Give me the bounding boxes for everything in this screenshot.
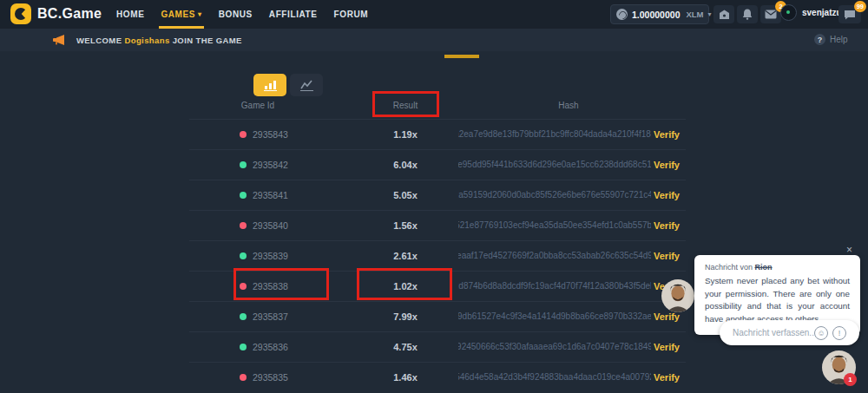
game-id: 2935842 [253, 160, 288, 170]
info-icon[interactable]: ! [832, 326, 846, 340]
table-row: 2935839 2.61x a1bb0eaaf17ed4527669f2a0bb… [189, 240, 686, 271]
chat-message-text: System never placed any bet without your… [705, 275, 850, 326]
table-row: 2935840 1.56x ddd7f521e87769103ecf94ea35… [189, 210, 686, 240]
username: svenjatzu [802, 8, 842, 17]
table-row: 2935838 1.02x 743c2d874b6d8a8dcdf9fc19ac… [189, 271, 686, 301]
question-mark-icon: ? [814, 34, 825, 45]
status-dot [240, 283, 247, 290]
hash-value: a1bb0eaaf17ed4527669f2a0bba8cc53abab26c6… [458, 240, 651, 271]
bar-chart-view-button[interactable] [253, 74, 286, 96]
table-row: 2935843 1.19x 5183a2ea7e9d8e13fb79bbf21b… [189, 119, 686, 149]
nav-item-home[interactable]: HOME [116, 0, 144, 29]
active-tab-indicator [444, 55, 479, 58]
table-row: 2935837 7.99x 348bb9db61527e4c9f3e4a1414… [189, 301, 686, 331]
result-value: 1.46x [353, 362, 457, 392]
table-row: 2935842 6.04x 7028be95dd95f441b633d6d296… [189, 149, 686, 180]
help-link[interactable]: ? Help [814, 34, 848, 45]
result-value: 1.19x [353, 119, 457, 149]
hash-value: ddd7f521e87769103ecf94ea35da50ee354efd1c… [458, 210, 651, 240]
game-id: 2935838 [253, 281, 288, 291]
bcgame-logo-icon [10, 3, 31, 24]
megaphone-icon [52, 35, 65, 45]
chat-sender-avatar [661, 279, 694, 312]
mail-button[interactable]: 2 [760, 5, 781, 23]
status-dot [240, 222, 247, 229]
bell-icon [742, 9, 753, 20]
status-dot [240, 131, 247, 138]
verify-link[interactable]: Verify [654, 180, 680, 210]
nav-item-bonus[interactable]: BONUS [219, 0, 253, 29]
game-id: 2935837 [253, 311, 288, 322]
result-value: 1.56x [353, 210, 457, 240]
trend-chart-icon [300, 80, 313, 91]
avatar [780, 4, 797, 21]
chevron-down-icon: ▾ [198, 10, 202, 18]
chevron-down-icon: ▾ [708, 10, 712, 18]
envelope-icon [765, 10, 777, 19]
help-label: Help [830, 35, 848, 44]
game-id: 2935840 [253, 220, 288, 231]
balance-amount: 1.00000000 [632, 10, 680, 20]
game-id: 2935843 [253, 129, 288, 140]
announcement-bar: WELCOME Dogishans JOIN THE GAME ? Help [0, 29, 868, 51]
hash-value: 9e4d6546d4e58a42d3b4f924883baa4daac019ce… [458, 362, 651, 392]
column-header-result: Result [353, 101, 457, 110]
hash-value: 5183a2ea7e9d8e13fb79bbf21bc9ffc804dada4a… [458, 119, 651, 149]
main-nav: HOME GAMES ▾ BONUS AFFILIATE FORUM [116, 0, 368, 29]
bar-chart-icon [264, 80, 277, 91]
status-dot [240, 374, 247, 381]
emoji-icon[interactable]: ☺ [814, 326, 828, 340]
nav-item-affiliate[interactable]: AFFILIATE [269, 0, 318, 29]
game-id: 2935841 [253, 190, 288, 200]
hash-value: 7028be95dd95f441b633d6d296e0ae15cc6238dd… [458, 149, 651, 180]
verify-link[interactable]: Verify [654, 240, 680, 271]
result-value: 1.02x [353, 271, 457, 301]
trend-view-button[interactable] [290, 74, 323, 96]
result-value: 7.99x [353, 301, 457, 331]
nav-item-forum[interactable]: FORUM [334, 0, 369, 29]
game-id: 2935839 [253, 251, 288, 261]
table-row: 2935841 5.05x 6bffc2a59159d2060d0abc85f5… [189, 180, 686, 210]
verify-link[interactable]: Verify [654, 362, 680, 392]
table-row: 2935835 1.46x 9e4d6546d4e58a42d3b4f92488… [189, 362, 686, 392]
chat-button[interactable]: 99 [838, 5, 861, 23]
nav-item-games[interactable]: GAMES ▾ [161, 0, 201, 29]
status-dot [240, 192, 247, 199]
announcement-username: Dogishans [124, 36, 169, 45]
chat-unread-badge: 1 [844, 373, 857, 386]
notifications-button[interactable] [737, 5, 758, 23]
status-dot [240, 252, 247, 259]
result-value: 4.75x [353, 331, 457, 362]
hash-value: 8988392450666c53f30afaaaea69c1d6a7c0407e… [458, 331, 651, 362]
top-navbar: BC.Game HOME GAMES ▾ BONUS AFFILIATE FOR… [0, 0, 868, 29]
result-value: 6.04x [353, 149, 457, 180]
chat-input[interactable] [733, 328, 814, 337]
result-value: 2.61x [353, 240, 457, 271]
brand-name: BC.Game [37, 6, 102, 22]
verify-link[interactable]: Verify [654, 119, 680, 149]
hash-value: 348bb9db61527e4c9f3e4a1414d9b8ba66ce8970… [458, 301, 651, 331]
result-value: 5.05x [353, 180, 457, 210]
chat-sender-name: Rion [755, 263, 773, 272]
status-dot [240, 161, 247, 168]
chat-input-bar: ☺ ! [720, 320, 859, 345]
game-id: 2935835 [253, 372, 288, 383]
column-header-hash: Hash [482, 101, 655, 110]
hash-value: 743c2d874b6d8a8dcdf9fc19acf4d70f74f12a38… [458, 271, 651, 301]
xlm-coin-icon [616, 9, 628, 20]
brand[interactable]: BC.Game [10, 3, 102, 24]
column-header-game-id: Game Id [214, 101, 301, 110]
verify-link[interactable]: Verify [654, 210, 680, 240]
verify-link[interactable]: Verify [654, 331, 680, 362]
history-view-toggle [253, 74, 323, 96]
announcement-text: WELCOME Dogishans JOIN THE GAME [76, 36, 242, 45]
table-row: 2935836 4.75x 8988392450666c53f30afaaaea… [189, 331, 686, 362]
wallet-icon [719, 10, 730, 20]
close-icon[interactable]: × [846, 244, 852, 256]
balance-currency: XLM [686, 10, 703, 19]
game-id: 2935836 [253, 342, 288, 352]
wallet-button[interactable] [713, 5, 734, 23]
status-dot [240, 313, 247, 320]
verify-link[interactable]: Verify [654, 149, 680, 180]
balance-selector[interactable]: 1.00000000 XLM ▾ [610, 4, 709, 24]
